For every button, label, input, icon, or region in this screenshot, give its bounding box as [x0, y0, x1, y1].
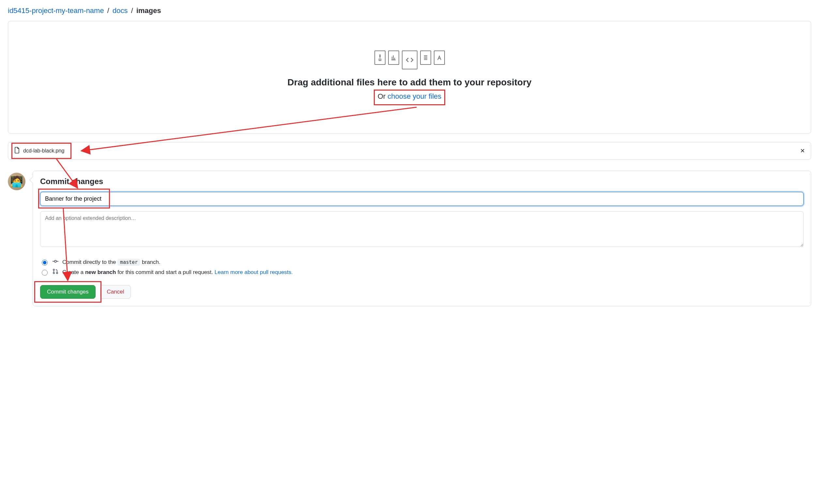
pdf-file-icon [434, 50, 445, 65]
chart-file-icon [388, 50, 399, 65]
svg-point-3 [56, 272, 58, 274]
code-file-icon [402, 50, 417, 69]
svg-point-2 [53, 272, 54, 274]
choose-files-link[interactable]: choose your files [388, 92, 441, 100]
commit-new-branch-radio[interactable] [42, 270, 48, 276]
commit-description-textarea[interactable] [40, 211, 804, 247]
commit-form: Commit changes Commit directly to the ma… [33, 171, 811, 306]
text-file-icon [420, 50, 431, 65]
commit-direct-radio-row[interactable]: Commit directly to the master branch. [40, 258, 804, 266]
drop-heading: Drag additional files here to add them t… [15, 77, 804, 88]
commit-summary-input[interactable] [40, 192, 804, 206]
learn-more-pr-link[interactable]: Learn more about pull requests. [215, 269, 293, 275]
git-pull-request-icon [52, 268, 58, 276]
drop-or-text: Or [378, 92, 388, 100]
file-drop-area[interactable]: Drag additional files here to add them t… [8, 21, 811, 134]
svg-point-0 [54, 260, 56, 262]
breadcrumb-sep: / [107, 7, 109, 15]
svg-point-1 [53, 269, 54, 270]
commit-new-branch-label: Create a new branch for this commit and … [62, 269, 293, 276]
zip-file-icon [374, 50, 386, 65]
uploaded-file-name: dcd-lab-black.png [23, 148, 64, 154]
breadcrumb: id5415-project-my-team-name / docs / ima… [8, 7, 811, 15]
git-commit-icon [52, 258, 58, 266]
breadcrumb-path1-link[interactable]: docs [112, 7, 127, 15]
commit-direct-radio[interactable] [42, 260, 48, 266]
breadcrumb-current: images [136, 7, 161, 15]
breadcrumb-sep: / [131, 7, 133, 15]
user-avatar: 🧑‍💻 [8, 173, 25, 190]
branch-name-chip: master [117, 259, 140, 266]
commit-title: Commit changes [40, 177, 804, 186]
commit-changes-button[interactable]: Commit changes [40, 285, 95, 299]
uploaded-file-row: dcd-lab-black.png ✕ [8, 142, 811, 160]
drop-file-type-icons [15, 50, 804, 69]
cancel-button[interactable]: Cancel [100, 285, 131, 299]
file-icon [14, 147, 20, 155]
remove-file-button[interactable]: ✕ [800, 148, 805, 154]
commit-direct-label: Commit directly to the master branch. [62, 259, 160, 266]
commit-new-branch-radio-row[interactable]: Create a new branch for this commit and … [40, 268, 804, 276]
breadcrumb-repo-link[interactable]: id5415-project-my-team-name [8, 7, 104, 15]
